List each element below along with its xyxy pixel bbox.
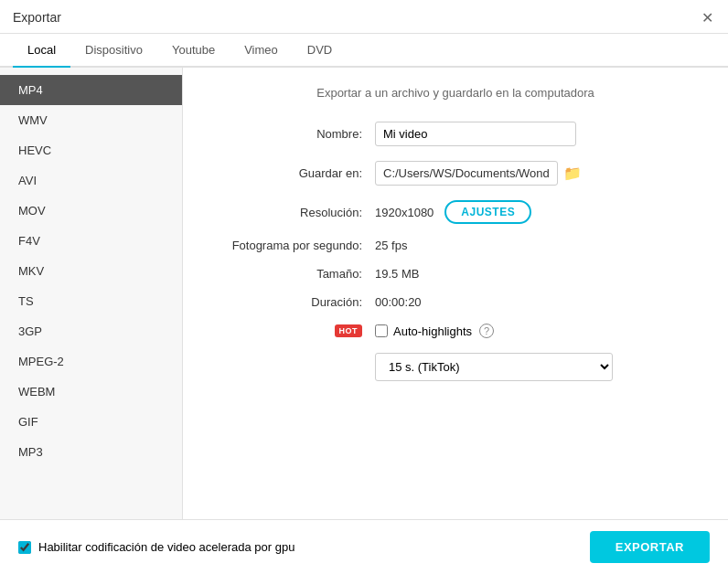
sidebar-item-hevc[interactable]: HEVC bbox=[0, 135, 182, 165]
ajustes-button[interactable]: AJUSTES bbox=[444, 200, 531, 224]
duracion-value: 00:00:20 bbox=[375, 295, 422, 309]
folder-icon[interactable]: 📁 bbox=[563, 165, 582, 182]
sidebar-item-ts[interactable]: TS bbox=[0, 286, 182, 316]
tab-dispositivo[interactable]: Dispositivo bbox=[70, 34, 157, 68]
duracion-label: Duración: bbox=[210, 295, 375, 309]
resolucion-label: Resolución: bbox=[210, 206, 375, 219]
tiktok-dropdown-container: 15 s. (TikTok) 30 s. 60 s. Custom bbox=[375, 353, 613, 381]
title-bar: Exportar ✕ bbox=[0, 0, 728, 34]
gpu-label: Habilitar codificación de video acelerad… bbox=[38, 540, 294, 554]
nombre-input[interactable] bbox=[375, 122, 576, 146]
sidebar-item-wmv[interactable]: WMV bbox=[0, 105, 182, 135]
sidebar-item-gif[interactable]: GIF bbox=[0, 407, 182, 437]
tamano-value: 19.5 MB bbox=[375, 267, 419, 281]
fotograma-value: 25 fps bbox=[375, 239, 407, 252]
tamano-row: Tamaño: 19.5 MB bbox=[210, 267, 701, 281]
auto-highlights-checkbox-label[interactable]: Auto-highlights bbox=[375, 324, 472, 338]
resolution-row: 1920x1080 AJUSTES bbox=[375, 200, 531, 224]
export-window: Exportar ✕ Local Dispositivo Youtube Vim… bbox=[0, 0, 728, 574]
folder-row: 📁 bbox=[375, 161, 582, 186]
sidebar-item-mp3[interactable]: MP3 bbox=[0, 437, 182, 467]
content-area: MP4 WMV HEVC AVI MOV F4V MKV TS 3GP MPEG… bbox=[0, 68, 728, 519]
resolucion-value: 1920x1080 bbox=[375, 206, 434, 219]
auto-highlights-checkbox[interactable] bbox=[375, 324, 388, 337]
tab-dvd[interactable]: DVD bbox=[293, 34, 347, 68]
guardar-row: Guardar en: 📁 bbox=[210, 161, 701, 186]
fotograma-row: Fotograma por segundo: 25 fps bbox=[210, 239, 701, 252]
window-title: Exportar bbox=[13, 10, 61, 32]
gpu-row: Habilitar codificación de video acelerad… bbox=[18, 540, 294, 554]
tab-vimeo[interactable]: Vimeo bbox=[230, 34, 293, 68]
sidebar-item-3gp[interactable]: 3GP bbox=[0, 316, 182, 346]
tiktok-dropdown[interactable]: 15 s. (TikTok) 30 s. 60 s. Custom bbox=[375, 353, 613, 381]
export-description: Exportar a un archivo y guardarlo en la … bbox=[210, 86, 701, 100]
guardar-label: Guardar en: bbox=[210, 166, 375, 180]
tamano-label: Tamaño: bbox=[210, 267, 375, 281]
nombre-label: Nombre: bbox=[210, 127, 375, 141]
auto-highlights-controls: Auto-highlights ? bbox=[375, 324, 494, 338]
fotograma-label: Fotograma por segundo: bbox=[210, 239, 375, 252]
close-button[interactable]: ✕ bbox=[699, 9, 715, 26]
duracion-row: Duración: 00:00:20 bbox=[210, 295, 701, 309]
export-button[interactable]: EXPORTAR bbox=[590, 531, 710, 563]
sidebar-item-f4v[interactable]: F4V bbox=[0, 226, 182, 256]
guardar-input[interactable] bbox=[375, 161, 558, 186]
hot-badge: HOT bbox=[335, 324, 363, 337]
sidebar-item-webm[interactable]: WEBM bbox=[0, 377, 182, 407]
sidebar-item-mkv[interactable]: MKV bbox=[0, 256, 182, 286]
main-panel: Exportar a un archivo y guardarlo en la … bbox=[183, 68, 728, 519]
nombre-row: Nombre: bbox=[210, 122, 701, 146]
resolucion-row: Resolución: 1920x1080 AJUSTES bbox=[210, 200, 701, 224]
sidebar-item-avi[interactable]: AVI bbox=[0, 165, 182, 196]
auto-highlights-row: HOT Auto-highlights ? bbox=[210, 324, 701, 338]
sidebar-item-mov[interactable]: MOV bbox=[0, 196, 182, 226]
gpu-checkbox[interactable] bbox=[18, 541, 31, 554]
dropdown-row: 15 s. (TikTok) 30 s. 60 s. Custom bbox=[210, 353, 701, 381]
hot-label-spacer: HOT bbox=[210, 324, 375, 337]
format-sidebar: MP4 WMV HEVC AVI MOV F4V MKV TS 3GP MPEG… bbox=[0, 68, 183, 519]
tab-youtube[interactable]: Youtube bbox=[157, 34, 230, 68]
tab-local[interactable]: Local bbox=[13, 34, 70, 68]
auto-highlights-label: Auto-highlights bbox=[393, 324, 472, 338]
sidebar-item-mpeg2[interactable]: MPEG-2 bbox=[0, 346, 182, 377]
sidebar-item-mp4[interactable]: MP4 bbox=[0, 75, 182, 105]
footer: Habilitar codificación de video acelerad… bbox=[0, 519, 728, 574]
help-icon[interactable]: ? bbox=[479, 324, 494, 338]
tab-bar: Local Dispositivo Youtube Vimeo DVD bbox=[0, 34, 728, 68]
